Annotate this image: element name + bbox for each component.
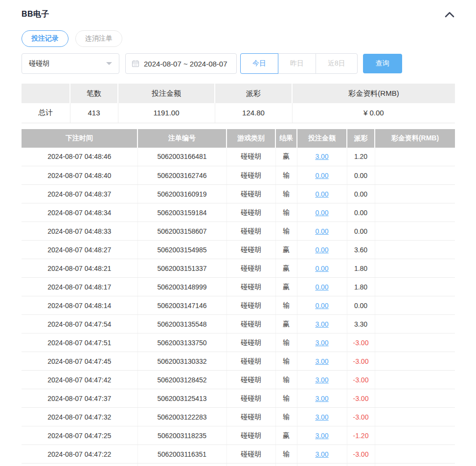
table-row: 2024-08-07 04:48:215062003151337碰碰胡赢0.00… [22,259,455,278]
table-row: 2024-08-07 04:48:335062003158607碰碰胡输0.00… [22,222,455,241]
bet-table: 下注时间 注单编号 游戏类别 结果 投注金额 派彩 彩金资料(RMB) 2024… [22,129,455,466]
bet-amount-cell: 3.00 [297,389,347,408]
game-type-cell: 碰碰胡 [227,315,275,333]
bet-amount-link[interactable]: 0.00 [315,265,328,272]
order-number-cell: 5062003147146 [137,296,227,315]
result-cell: 输 [275,222,297,241]
bet-time-cell: 2024-08-07 04:48:46 [22,148,137,166]
filter-bar: 碰碰胡 2024-08-07 ~ 2024-08-07 今日 昨日 近8日 查 [22,53,455,74]
bet-amount-link[interactable]: 3.00 [315,339,328,347]
search-button[interactable]: 查询 [363,54,402,73]
payout-cell: 0.00 [347,166,375,185]
bet-amount-cell: 3.00 [297,333,347,352]
bonus-cell [375,203,455,222]
game-type-cell: 碰碰胡 [227,408,275,426]
table-row: 2024-08-07 04:48:145062003147146碰碰胡输0.00… [22,296,455,315]
bet-amount-link[interactable]: 3.00 [315,413,328,421]
bonus-cell [375,315,455,333]
game-type-cell: 碰碰胡 [227,426,275,445]
bet-amount-cell: 3.00 [297,352,347,371]
bonus-cell [375,352,455,371]
payout-cell: 0.00 [347,296,375,315]
empty-cell [297,464,347,466]
bet-amount-link[interactable]: 3.00 [315,376,328,384]
bet-amount-link[interactable]: 3.00 [315,153,328,160]
bonus-cell [375,278,455,296]
bet-amount-link[interactable]: 3.00 [315,320,328,328]
tab-bet-records[interactable]: 投注记录 [22,30,68,47]
bet-amount-link[interactable]: 3.00 [315,357,328,365]
bet-table-header-row: 下注时间 注单编号 游戏类别 结果 投注金额 派彩 彩金资料(RMB) [22,129,455,148]
bet-amount-cell: 0.00 [297,166,347,185]
game-type-cell: 碰碰胡 [227,166,275,185]
bet-amount-cell: 3.00 [297,408,347,426]
bet-amount-link[interactable]: 3.00 [315,395,328,402]
table-row: 2024-08-07 04:48:275062003154985碰碰胡赢0.00… [22,241,455,259]
result-cell: 输 [275,352,297,371]
result-cell: 输 [275,445,297,464]
chevron-up-icon[interactable] [444,11,455,18]
bet-time-cell: 2024-08-07 04:48:34 [22,203,137,222]
result-cell: 输 [275,389,297,408]
game-type-cell: 碰碰胡 [227,278,275,296]
payout-cell: 3.30 [347,315,375,333]
table-row: 2024-08-07 04:48:375062003160919碰碰胡输0.00… [22,185,455,203]
order-number-cell: 5062003125413 [137,389,227,408]
empty-cell [375,464,455,466]
game-type-cell: 碰碰胡 [227,203,275,222]
result-cell: 输 [275,166,297,185]
payout-cell: 0.00 [347,203,375,222]
bonus-cell [375,426,455,445]
bet-amount-link[interactable]: 0.00 [315,209,328,217]
empty-cell [347,464,375,466]
bet-amount-link[interactable]: 0.00 [315,227,328,235]
bet-time-cell: 2024-08-07 04:47:51 [22,333,137,352]
tab-bar: 投注记录 连消注单 [22,30,455,47]
last-8-days-button[interactable]: 近8日 [316,53,358,74]
quick-date-group: 今日 昨日 近8日 [240,53,358,74]
bet-amount-link[interactable]: 0.00 [315,190,328,198]
bonus-cell [375,259,455,278]
tab-cancelled-orders[interactable]: 连消注单 [75,30,122,47]
bet-time-cell: 2024-08-07 04:47:37 [22,389,137,408]
order-number-cell: 5062003130332 [137,352,227,371]
bonus-cell [375,408,455,426]
summary-header-count: 笔数 [70,84,118,103]
bet-amount-link[interactable]: 3.00 [315,450,328,458]
order-number-cell: 5062003116351 [137,445,227,464]
bonus-cell [375,371,455,389]
table-row: 2024-08-07 04:48:345062003159184碰碰胡输0.00… [22,203,455,222]
result-cell: 输 [275,333,297,352]
game-type-cell: 碰碰胡 [227,148,275,166]
summary-header-bonus: 彩金资料(RMB) [292,84,455,103]
bet-amount-link[interactable]: 0.00 [315,246,328,254]
bonus-cell [375,222,455,241]
payout-cell: 1.20 [347,148,375,166]
bet-table-body: 2024-08-07 04:48:465062003166481碰碰胡赢3.00… [22,148,455,466]
today-button[interactable]: 今日 [240,53,278,74]
payout-cell: -3.00 [347,445,375,464]
game-type-cell: 碰碰胡 [227,241,275,259]
bet-amount-link[interactable]: 0.00 [315,283,328,291]
payout-cell: -3.00 [347,389,375,408]
game-type-cell: 碰碰胡 [227,371,275,389]
game-type-cell: 碰碰胡 [227,259,275,278]
payout-cell: -3.00 [347,352,375,371]
order-number-cell: 5062003162746 [137,166,227,185]
bet-time-cell: 2024-08-07 04:47:25 [22,426,137,445]
summary-total-count: 413 [70,103,118,123]
date-range-input[interactable]: 2024-08-07 ~ 2024-08-07 [125,53,237,74]
order-number-cell: 5062003122283 [137,408,227,426]
table-row: 2024-08-07 04:47:325062003122283碰碰胡输3.00… [22,408,455,426]
summary-total-bonus: ¥ 0.00 [292,103,455,123]
bet-amount-link[interactable]: 0.00 [315,172,328,179]
bet-amount-link[interactable]: 0.00 [315,302,328,310]
game-type-select[interactable]: 碰碰胡 [22,53,119,74]
empty-cell [22,464,137,466]
yesterday-button[interactable]: 昨日 [278,53,316,74]
header-result: 结果 [275,129,297,148]
order-number-cell: 5062003128452 [137,371,227,389]
bet-amount-link[interactable]: 3.00 [315,432,328,440]
table-row: 2024-08-07 04:48:405062003162746碰碰胡输0.00… [22,166,455,185]
empty-cell [137,464,227,466]
